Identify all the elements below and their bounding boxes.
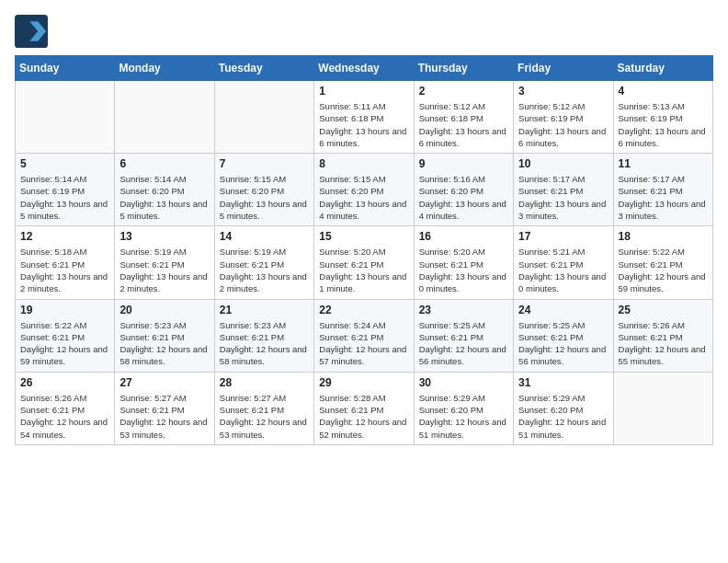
calendar-cell: 12Sunrise: 5:18 AMSunset: 6:21 PMDayligh… bbox=[16, 226, 115, 299]
day-number: 8 bbox=[319, 157, 408, 170]
calendar-cell: 1Sunrise: 5:11 AMSunset: 6:18 PMDaylight… bbox=[314, 81, 414, 154]
calendar-cell bbox=[115, 81, 214, 154]
cell-content: Sunrise: 5:25 AMSunset: 6:21 PMDaylight:… bbox=[518, 319, 608, 368]
day-number: 19 bbox=[20, 304, 109, 316]
calendar-cell: 29Sunrise: 5:28 AMSunset: 6:21 PMDayligh… bbox=[314, 372, 414, 444]
calendar-cell: 30Sunrise: 5:29 AMSunset: 6:20 PMDayligh… bbox=[414, 372, 513, 444]
day-number: 6 bbox=[119, 157, 209, 170]
day-number: 16 bbox=[419, 230, 508, 243]
day-number: 31 bbox=[518, 376, 608, 389]
day-number: 24 bbox=[518, 304, 608, 316]
day-number: 3 bbox=[518, 85, 608, 98]
cell-content: Sunrise: 5:19 AMSunset: 6:21 PMDaylight:… bbox=[220, 246, 309, 294]
day-number: 13 bbox=[119, 230, 209, 243]
header-row: SundayMondayTuesdayWednesdayThursdayFrid… bbox=[16, 56, 713, 81]
calendar-cell: 28Sunrise: 5:27 AMSunset: 6:21 PMDayligh… bbox=[214, 372, 313, 444]
cell-content: Sunrise: 5:11 AMSunset: 6:18 PMDaylight:… bbox=[319, 100, 408, 149]
logo bbox=[15, 15, 51, 48]
cell-content: Sunrise: 5:22 AMSunset: 6:21 PMDaylight:… bbox=[619, 246, 708, 294]
day-number: 26 bbox=[20, 376, 109, 389]
cell-content: Sunrise: 5:12 AMSunset: 6:19 PMDaylight:… bbox=[518, 100, 608, 149]
cell-content: Sunrise: 5:29 AMSunset: 6:20 PMDaylight:… bbox=[518, 392, 608, 441]
cell-content: Sunrise: 5:17 AMSunset: 6:21 PMDaylight:… bbox=[619, 173, 708, 222]
calendar-cell: 5Sunrise: 5:14 AMSunset: 6:19 PMDaylight… bbox=[16, 154, 115, 226]
calendar-cell: 16Sunrise: 5:20 AMSunset: 6:21 PMDayligh… bbox=[414, 226, 513, 299]
header-day-thursday: Thursday bbox=[414, 56, 513, 81]
cell-content: Sunrise: 5:29 AMSunset: 6:20 PMDaylight:… bbox=[419, 392, 508, 441]
week-row-3: 12Sunrise: 5:18 AMSunset: 6:21 PMDayligh… bbox=[16, 226, 713, 299]
day-number: 23 bbox=[419, 304, 508, 316]
cell-content: Sunrise: 5:12 AMSunset: 6:18 PMDaylight:… bbox=[419, 100, 508, 149]
week-row-4: 19Sunrise: 5:22 AMSunset: 6:21 PMDayligh… bbox=[16, 299, 713, 372]
calendar-cell: 31Sunrise: 5:29 AMSunset: 6:20 PMDayligh… bbox=[514, 372, 613, 444]
day-number: 25 bbox=[619, 304, 708, 316]
header-day-wednesday: Wednesday bbox=[314, 56, 414, 81]
cell-content: Sunrise: 5:15 AMSunset: 6:20 PMDaylight:… bbox=[319, 173, 408, 222]
header-day-friday: Friday bbox=[514, 56, 613, 81]
calendar-table: SundayMondayTuesdayWednesdayThursdayFrid… bbox=[15, 55, 713, 445]
day-number: 10 bbox=[518, 157, 608, 170]
cell-content: Sunrise: 5:20 AMSunset: 6:21 PMDaylight:… bbox=[319, 246, 408, 294]
cell-content: Sunrise: 5:23 AMSunset: 6:21 PMDaylight:… bbox=[119, 319, 209, 368]
day-number: 21 bbox=[220, 304, 309, 316]
cell-content: Sunrise: 5:25 AMSunset: 6:21 PMDaylight:… bbox=[419, 319, 508, 368]
calendar-cell: 18Sunrise: 5:22 AMSunset: 6:21 PMDayligh… bbox=[613, 226, 712, 299]
cell-content: Sunrise: 5:14 AMSunset: 6:20 PMDaylight:… bbox=[119, 173, 209, 222]
cell-content: Sunrise: 5:16 AMSunset: 6:20 PMDaylight:… bbox=[419, 173, 508, 222]
cell-content: Sunrise: 5:20 AMSunset: 6:21 PMDaylight:… bbox=[419, 246, 508, 294]
week-row-1: 1Sunrise: 5:11 AMSunset: 6:18 PMDaylight… bbox=[16, 81, 713, 154]
calendar-cell: 21Sunrise: 5:23 AMSunset: 6:21 PMDayligh… bbox=[214, 299, 313, 372]
calendar-cell: 15Sunrise: 5:20 AMSunset: 6:21 PMDayligh… bbox=[314, 226, 414, 299]
calendar-cell bbox=[16, 81, 115, 154]
day-number: 15 bbox=[319, 230, 408, 243]
header bbox=[15, 15, 713, 48]
calendar-cell: 10Sunrise: 5:17 AMSunset: 6:21 PMDayligh… bbox=[514, 154, 613, 226]
header-day-monday: Monday bbox=[115, 56, 214, 81]
calendar-cell: 7Sunrise: 5:15 AMSunset: 6:20 PMDaylight… bbox=[214, 154, 313, 226]
day-number: 29 bbox=[319, 376, 408, 389]
calendar-cell: 27Sunrise: 5:27 AMSunset: 6:21 PMDayligh… bbox=[115, 372, 214, 444]
calendar-cell: 25Sunrise: 5:26 AMSunset: 6:21 PMDayligh… bbox=[613, 299, 712, 372]
cell-content: Sunrise: 5:15 AMSunset: 6:20 PMDaylight:… bbox=[220, 173, 309, 222]
header-day-saturday: Saturday bbox=[613, 56, 712, 81]
calendar-cell: 23Sunrise: 5:25 AMSunset: 6:21 PMDayligh… bbox=[414, 299, 513, 372]
day-number: 11 bbox=[619, 157, 708, 170]
day-number: 22 bbox=[319, 304, 408, 316]
calendar-cell: 3Sunrise: 5:12 AMSunset: 6:19 PMDaylight… bbox=[514, 81, 613, 154]
cell-content: Sunrise: 5:26 AMSunset: 6:21 PMDaylight:… bbox=[619, 319, 708, 368]
calendar-cell: 13Sunrise: 5:19 AMSunset: 6:21 PMDayligh… bbox=[115, 226, 214, 299]
cell-content: Sunrise: 5:19 AMSunset: 6:21 PMDaylight:… bbox=[119, 246, 209, 294]
cell-content: Sunrise: 5:27 AMSunset: 6:21 PMDaylight:… bbox=[119, 392, 209, 441]
cell-content: Sunrise: 5:22 AMSunset: 6:21 PMDaylight:… bbox=[20, 319, 109, 368]
calendar-cell bbox=[214, 81, 313, 154]
cell-content: Sunrise: 5:18 AMSunset: 6:21 PMDaylight:… bbox=[20, 246, 109, 294]
cell-content: Sunrise: 5:24 AMSunset: 6:21 PMDaylight:… bbox=[319, 319, 408, 368]
cell-content: Sunrise: 5:28 AMSunset: 6:21 PMDaylight:… bbox=[319, 392, 408, 441]
cell-content: Sunrise: 5:21 AMSunset: 6:21 PMDaylight:… bbox=[518, 246, 608, 294]
day-number: 5 bbox=[20, 157, 109, 170]
cell-content: Sunrise: 5:27 AMSunset: 6:21 PMDaylight:… bbox=[220, 392, 309, 441]
week-row-2: 5Sunrise: 5:14 AMSunset: 6:19 PMDaylight… bbox=[16, 154, 713, 226]
day-number: 18 bbox=[619, 230, 708, 243]
day-number: 14 bbox=[220, 230, 309, 243]
calendar-cell: 14Sunrise: 5:19 AMSunset: 6:21 PMDayligh… bbox=[214, 226, 313, 299]
cell-content: Sunrise: 5:17 AMSunset: 6:21 PMDaylight:… bbox=[518, 173, 608, 222]
calendar-cell: 19Sunrise: 5:22 AMSunset: 6:21 PMDayligh… bbox=[16, 299, 115, 372]
cell-content: Sunrise: 5:23 AMSunset: 6:21 PMDaylight:… bbox=[220, 319, 309, 368]
calendar-cell: 2Sunrise: 5:12 AMSunset: 6:18 PMDaylight… bbox=[414, 81, 513, 154]
day-number: 1 bbox=[319, 85, 408, 98]
day-number: 30 bbox=[419, 376, 508, 389]
cell-content: Sunrise: 5:13 AMSunset: 6:19 PMDaylight:… bbox=[619, 100, 708, 149]
day-number: 27 bbox=[119, 376, 209, 389]
header-day-tuesday: Tuesday bbox=[214, 56, 313, 81]
calendar-cell: 22Sunrise: 5:24 AMSunset: 6:21 PMDayligh… bbox=[314, 299, 414, 372]
day-number: 17 bbox=[518, 230, 608, 243]
calendar-cell: 24Sunrise: 5:25 AMSunset: 6:21 PMDayligh… bbox=[514, 299, 613, 372]
calendar-cell: 26Sunrise: 5:26 AMSunset: 6:21 PMDayligh… bbox=[16, 372, 115, 444]
header-day-sunday: Sunday bbox=[16, 56, 115, 81]
day-number: 4 bbox=[619, 85, 708, 98]
logo-icon bbox=[15, 15, 48, 48]
calendar-cell: 17Sunrise: 5:21 AMSunset: 6:21 PMDayligh… bbox=[514, 226, 613, 299]
calendar-cell bbox=[613, 372, 712, 444]
calendar-cell: 4Sunrise: 5:13 AMSunset: 6:19 PMDaylight… bbox=[613, 81, 712, 154]
